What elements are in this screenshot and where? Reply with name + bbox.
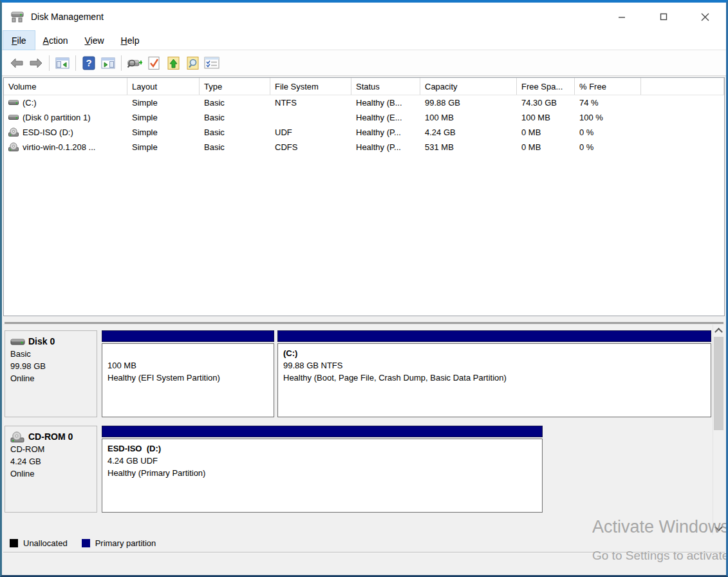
toolbar-separator [49,55,50,71]
title-bar: Disk Management [2,3,726,31]
toolbar: ? [2,50,726,76]
primary-partition-swatch [82,539,90,547]
hard-disk-icon [8,98,19,108]
column-header-layout[interactable]: Layout [127,78,200,95]
column-header-capacity[interactable]: Capacity [420,78,517,95]
partition-esd-iso-color-bar [102,426,543,437]
partition-efi-color-bar [102,330,274,342]
menu-bar: File Action View Help [2,31,726,50]
pane-gap [3,316,725,322]
hard-disk-icon [10,336,26,348]
disk-management-app-icon [10,10,24,23]
cdrom-0-kind: CD-ROM [10,443,93,455]
volume-row-disk0-partition1[interactable]: (Disk 0 partition 1) Simple Basic Health… [4,110,724,125]
unallocated-label: Unallocated [23,538,68,548]
column-header-file-system[interactable]: File System [270,78,351,95]
disk-0-row: Disk 0 Basic 99.98 GB Online 100 MB H [5,330,711,417]
menu-action[interactable]: Action [35,31,77,50]
main-content: Volume Layout Type File System Status Ca… [2,76,726,574]
column-header-status[interactable]: Status [351,78,420,95]
maximize-icon [660,13,667,21]
volume-row-virtio-win[interactable]: virtio-win-0.1.208 ... Simple Basic CDFS… [4,140,724,155]
forward-button[interactable] [26,53,46,73]
toolbar-separator [75,55,76,71]
cdrom-0-size: 4.24 GB [10,455,93,468]
folder-search-icon [186,56,200,70]
close-button[interactable] [684,3,726,31]
disk-0-kind: Basic [10,348,93,360]
primary-partition-label: Primary partition [95,538,156,548]
volume-list: Volume Layout Type File System Status Ca… [3,77,725,316]
column-header-percent-free[interactable]: % Free [575,78,641,95]
window-title: Disk Management [31,12,104,22]
cdrom-0-label[interactable]: CD-ROM 0 CD-ROM 4.24 GB Online [5,426,97,513]
folder-up-arrow-button[interactable] [163,53,183,73]
properties-list-button[interactable] [202,53,221,73]
disk-management-window: Disk Management File Action View Help [0,0,728,577]
menu-file[interactable]: File [3,31,35,50]
cdrom-0-row: CD-ROM 0 CD-ROM 4.24 GB Online ESD-ISO (… [5,426,711,513]
menu-view[interactable]: View [77,31,113,50]
toolbar-separator [121,55,122,71]
close-icon [701,13,709,21]
cd-rom-icon [10,431,26,443]
volume-row-esd-iso[interactable]: ESD-ISO (D:) Simple Basic UDF Healthy (P… [4,125,724,140]
rescan-disks-icon [127,57,142,69]
check-volume-button[interactable] [144,53,163,73]
cd-rom-icon [8,128,19,137]
unallocated-swatch [10,539,18,547]
show-console-tree-button[interactable] [53,53,72,73]
minimize-icon [618,13,626,21]
help-button[interactable]: ? [79,53,98,73]
volume-list-header: Volume Layout Type File System Status Ca… [4,78,724,95]
partition-c-color-bar [277,330,711,342]
cdrom-0-status: Online [10,468,93,480]
column-header-volume[interactable]: Volume [4,78,127,95]
chevron-down-icon [714,523,723,531]
rescan-disks-button[interactable] [125,53,144,73]
column-header-type[interactable]: Type [200,78,270,95]
vertical-scrollbar[interactable] [713,325,723,534]
legend-bar: Unallocated Primary partition [3,534,725,553]
help-icon: ? [82,56,95,70]
folder-up-arrow-icon [167,56,180,70]
window-controls [601,3,726,31]
properties-list-icon [204,57,219,69]
scroll-up-button[interactable] [713,325,724,336]
cd-rom-icon [8,142,19,152]
minimize-button[interactable] [601,3,642,31]
hard-disk-icon [8,113,19,122]
forward-icon [29,57,43,69]
check-volume-icon [147,56,160,70]
back-button[interactable] [7,53,26,73]
disk-0-size: 99.98 GB [10,360,93,372]
disk-0-status: Online [10,372,93,384]
partition-efi[interactable]: 100 MB Healthy (EFI System Partition) [102,330,274,417]
folder-search-button[interactable] [183,53,202,73]
chevron-up-icon [714,328,723,336]
scrollbar-thumb[interactable] [714,337,723,430]
scroll-down-button[interactable] [713,524,724,534]
show-action-pane-button[interactable] [98,53,118,73]
partition-esd-iso[interactable]: ESD-ISO (D:) 4.24 GB UDF Healthy (Primar… [102,426,543,513]
disk-0-label[interactable]: Disk 0 Basic 99.98 GB Online [5,330,97,417]
show-action-pane-icon [101,57,115,69]
graphical-view: Disk 0 Basic 99.98 GB Online 100 MB H [3,324,725,534]
back-icon [10,57,24,69]
show-console-tree-icon [55,57,70,69]
menu-help[interactable]: Help [113,31,148,50]
column-header-free-space[interactable]: Free Spa... [517,78,575,95]
maximize-button[interactable] [642,3,684,31]
volume-row-c[interactable]: (C:) Simple Basic NTFS Healthy (B... 99.… [4,95,724,110]
status-bar [3,553,725,574]
column-header-filler [641,78,724,95]
partition-c[interactable]: (C:) 99.88 GB NTFS Healthy (Boot, Page F… [277,330,711,417]
svg-text:?: ? [86,57,91,68]
